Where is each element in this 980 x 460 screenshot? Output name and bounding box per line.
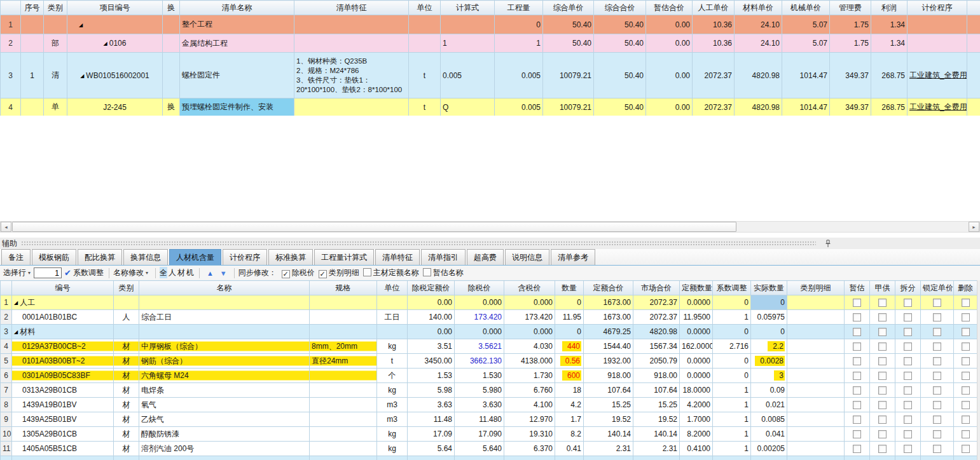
- bill-cell-lb[interactable]: 清: [44, 53, 67, 98]
- hrm-cell-sc[interactable]: [954, 354, 977, 369]
- hrm-sd-checkbox[interactable]: [933, 328, 941, 336]
- hrm-cell-gg[interactable]: [310, 325, 377, 339]
- bill-cell-rgdj[interactable]: 10.36: [693, 15, 735, 34]
- bill-cell-zhdj[interactable]: 10079.21: [543, 53, 594, 98]
- bill-cell-js[interactable]: [441, 15, 495, 34]
- bill-header-xh[interactable]: 序号: [21, 1, 44, 15]
- hrm-cell-sd[interactable]: [921, 442, 954, 456]
- hrm-cf-checkbox[interactable]: [904, 299, 912, 307]
- hrm-cell-jg[interactable]: [870, 295, 895, 310]
- hrm-cell-cf[interactable]: [895, 295, 921, 310]
- hrm-cell-jg[interactable]: [870, 369, 895, 383]
- bill-cell-xh[interactable]: 1: [21, 53, 44, 98]
- bill-cell-mc[interactable]: 金属结构工程: [180, 34, 294, 53]
- hrm-cell-lb[interactable]: 材: [114, 383, 139, 398]
- hrm-header-dw[interactable]: 单位: [377, 281, 408, 295]
- hrm-cell-cf[interactable]: [895, 383, 921, 398]
- bill-cell-mc[interactable]: 螺栓固定件: [180, 53, 294, 98]
- hrm-cell-csj[interactable]: 5.980: [455, 383, 504, 398]
- bill-header-zhhj[interactable]: 综合合价: [594, 1, 646, 15]
- hrm-cell-hsj[interactable]: 0.000: [504, 325, 555, 339]
- hrm-jg-checkbox[interactable]: [878, 386, 887, 395]
- hrm-cell-gg[interactable]: [310, 398, 377, 412]
- bill-cell-lr[interactable]: 1.34: [871, 34, 908, 53]
- horizontal-scrollbar[interactable]: ◄ ►: [0, 221, 980, 233]
- tab-description-info[interactable]: 说明信息: [505, 249, 549, 265]
- bill-cell-glf[interactable]: 349.37: [830, 53, 871, 98]
- hrm-cell-sjsl[interactable]: 0.00205: [751, 442, 787, 456]
- hrm-jg-checkbox[interactable]: [878, 372, 887, 380]
- hrm-cell-sd[interactable]: [921, 398, 954, 412]
- hrm-cell-lb[interactable]: 材: [114, 369, 139, 383]
- hrm-cell-desl[interactable]: 1.7000: [680, 412, 713, 427]
- hrm-cell-dehj[interactable]: 1673.00: [584, 310, 633, 325]
- hrm-cell-csj[interactable]: 5.640: [455, 442, 504, 456]
- hrm-cell-dehj[interactable]: 107.64: [584, 383, 633, 398]
- tab-notes[interactable]: 备注: [1, 249, 31, 265]
- hrm-cell-gg[interactable]: [310, 427, 377, 442]
- hrm-cell-sd[interactable]: [921, 354, 954, 369]
- hrm-cell-sd[interactable]: [921, 456, 954, 460]
- hrm-cell-dw[interactable]: t: [377, 354, 408, 369]
- hrm-cell-dw[interactable]: [377, 325, 408, 339]
- hrm-cell-csj[interactable]: 3.630: [455, 398, 504, 412]
- hrm-cell-dehj[interactable]: 140.14: [584, 427, 633, 442]
- hrm-cell-gg[interactable]: [310, 310, 377, 325]
- hrm-jg-checkbox[interactable]: [878, 430, 887, 438]
- bill-cell-gcl[interactable]: 0.005: [495, 98, 543, 116]
- hrm-zg-checkbox[interactable]: [853, 401, 861, 409]
- hrm-cell-cf[interactable]: [895, 339, 921, 354]
- bill-cell-hn[interactable]: [163, 53, 180, 98]
- bill-cell-rgdj[interactable]: 2072.37: [693, 98, 735, 116]
- hrm-cell-lbmx[interactable]: [787, 427, 845, 442]
- bill-cell-lb[interactable]: 部: [44, 34, 67, 53]
- hrm-sc-checkbox[interactable]: [962, 313, 970, 321]
- hrm-cell-sl[interactable]: 4.2: [555, 398, 584, 412]
- bill-cell-tz[interactable]: [294, 98, 409, 116]
- hrm-cell-gg[interactable]: 直径24mm: [310, 354, 377, 369]
- bill-cell-mc[interactable]: 预埋螺栓固定件制作、安装: [180, 98, 294, 116]
- bill-cell-cldj[interactable]: 24.10: [735, 34, 782, 53]
- hrm-cell-sjsl[interactable]: 0: [751, 295, 787, 310]
- hrm-cell-zg[interactable]: [845, 310, 870, 325]
- hrm-header-jg[interactable]: 甲供: [870, 281, 895, 295]
- hrm-cell-sc[interactable]: [954, 295, 977, 310]
- hrm-cell-sc[interactable]: [954, 369, 977, 383]
- hrm-header-desl[interactable]: 定额数量: [680, 281, 713, 295]
- tab-template-rebar[interactable]: 模板钢筋: [32, 249, 76, 265]
- hrm-cell-sl[interactable]: 18: [555, 383, 584, 398]
- bill-cell-rn[interactable]: 2: [1, 34, 21, 53]
- tab-item-features[interactable]: 清单特征: [375, 249, 420, 265]
- hrm-cell-lbmx[interactable]: [787, 398, 845, 412]
- bill-cell-zhdj[interactable]: 50.40: [543, 34, 594, 53]
- bill-cell-tz[interactable]: 1、钢材种类：Q235B 2、规格：M24*786 3、铁件尺寸：垫铁1： 20…: [294, 53, 409, 98]
- hrm-zg-checkbox[interactable]: [853, 357, 861, 365]
- hrm-header-sl[interactable]: 数量: [555, 281, 584, 295]
- hrm-cell-sjsl[interactable]: 0.0028: [751, 354, 787, 369]
- bill-header-rn[interactable]: [1, 1, 21, 15]
- hrm-zg-checkbox[interactable]: [853, 313, 861, 321]
- tab-conversion-info[interactable]: 换算信息: [123, 249, 168, 265]
- hrm-cell-lbmx[interactable]: [787, 412, 845, 427]
- hrm-cell-sc[interactable]: [954, 442, 977, 456]
- bill-cell-lr[interactable]: 268.75: [871, 98, 908, 116]
- hrm-cell-hsj[interactable]: 4.030: [504, 339, 555, 354]
- hrm-header-lb[interactable]: 类别: [114, 281, 139, 295]
- hrm-cell-xstz[interactable]: 1: [713, 442, 751, 456]
- hrm-sd-checkbox[interactable]: [933, 416, 941, 424]
- hrm-cell-sd[interactable]: [921, 383, 954, 398]
- hrm-cell-cf[interactable]: [895, 456, 921, 460]
- hrm-cell-rn[interactable]: 7: [1, 383, 12, 398]
- bill-cell-hn[interactable]: [163, 15, 180, 34]
- bill-cell-xh[interactable]: [21, 98, 44, 116]
- hrm-cell-sjsl[interactable]: 3: [751, 369, 787, 383]
- bill-cell-cldj[interactable]: 4820.98: [735, 53, 782, 98]
- bill-cell-lb[interactable]: 单: [44, 98, 67, 116]
- hrm-jg-checkbox[interactable]: [878, 342, 887, 351]
- select-row-caret-icon[interactable]: ▾: [28, 270, 31, 276]
- bill-cell-bh[interactable]: ◢: [67, 15, 163, 34]
- hrm-cell-rn[interactable]: 10: [1, 427, 12, 442]
- hrm-cell-gg[interactable]: [310, 442, 377, 456]
- bill-cell-jxdj[interactable]: 1014.47: [782, 53, 830, 98]
- hrm-cell-lbmx[interactable]: [787, 354, 845, 369]
